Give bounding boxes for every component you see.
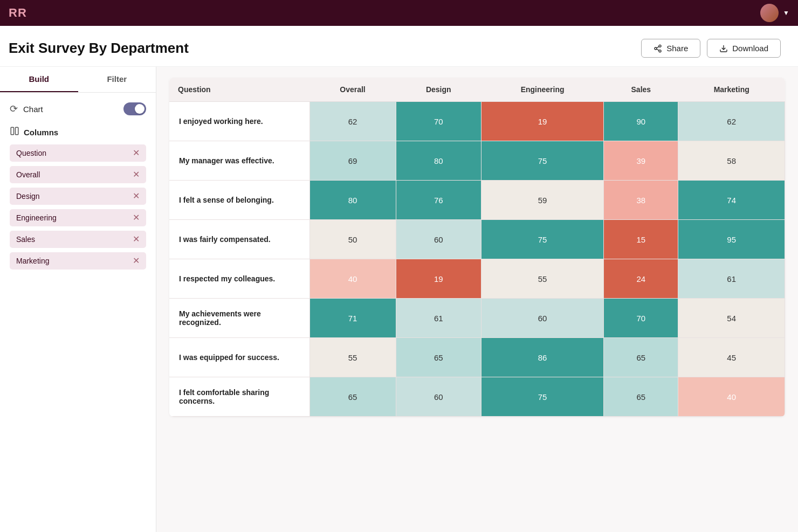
cell-engineering-5: 60 — [481, 299, 603, 338]
svg-rect-6 — [11, 127, 13, 135]
download-icon — [719, 44, 728, 53]
table-row: I felt comfortable sharing concerns.6560… — [169, 377, 785, 417]
refresh-icon: ⟳ — [10, 103, 18, 115]
cell-sales-5: 70 — [604, 299, 678, 338]
columns-header: Columns — [10, 126, 146, 138]
svg-line-4 — [657, 46, 659, 48]
cell-engineering-1: 75 — [481, 141, 603, 181]
header-engineering: Engineering — [481, 78, 603, 102]
download-button[interactable]: Download — [707, 39, 781, 58]
header-actions: Share Download — [641, 39, 781, 58]
cell-sales-3: 15 — [604, 220, 678, 259]
question-cell-0: I enjoyed working here. — [169, 102, 309, 141]
question-cell-7: I felt comfortable sharing concerns. — [169, 377, 309, 417]
columns-label: Columns — [24, 128, 58, 137]
cell-overall-6: 55 — [309, 338, 396, 377]
table-row: My manager was effective.6980753958 — [169, 141, 785, 181]
chart-toggle-row: ⟳ Chart — [10, 102, 146, 115]
remove-marketing-button[interactable]: ✕ — [133, 257, 140, 265]
table-header-row: Question Overall Design Engineering Sale… — [169, 78, 785, 102]
chevron-down-icon[interactable]: ▼ — [783, 9, 789, 17]
column-tag-design: Design ✕ — [10, 188, 146, 205]
cell-engineering-6: 86 — [481, 338, 603, 377]
page-title: Exit Survey By Department — [9, 40, 189, 57]
tab-build[interactable]: Build — [0, 67, 78, 92]
toggle-track — [123, 102, 146, 115]
share-icon — [653, 44, 662, 53]
app-logo: RR — [9, 6, 27, 20]
remove-design-button[interactable]: ✕ — [133, 192, 140, 201]
column-tag-engineering: Engineering ✕ — [10, 209, 146, 226]
cell-marketing-1: 58 — [678, 141, 785, 181]
cell-design-7: 60 — [396, 377, 481, 417]
cell-engineering-4: 55 — [481, 259, 603, 299]
remove-question-button[interactable]: ✕ — [133, 149, 140, 157]
cell-overall-3: 50 — [309, 220, 396, 259]
share-button[interactable]: Share — [641, 39, 700, 58]
cell-sales-4: 24 — [604, 259, 678, 299]
question-cell-4: I respected my colleagues. — [169, 259, 309, 299]
cell-overall-7: 65 — [309, 377, 396, 417]
cell-overall-4: 40 — [309, 259, 396, 299]
cell-design-4: 19 — [396, 259, 481, 299]
cell-overall-0: 62 — [309, 102, 396, 141]
cell-marketing-6: 45 — [678, 338, 785, 377]
header-design: Design — [396, 78, 481, 102]
question-cell-3: I was fairly compensated. — [169, 220, 309, 259]
table-row: I enjoyed working here.6270199062 — [169, 102, 785, 141]
header-sales: Sales — [604, 78, 678, 102]
cell-design-5: 61 — [396, 299, 481, 338]
remove-sales-button[interactable]: ✕ — [133, 235, 140, 244]
cell-engineering-2: 59 — [481, 181, 603, 220]
cell-engineering-3: 75 — [481, 220, 603, 259]
svg-point-1 — [655, 47, 657, 50]
svg-rect-7 — [16, 127, 18, 135]
columns-icon — [10, 126, 19, 138]
cell-marketing-0: 62 — [678, 102, 785, 141]
svg-point-0 — [659, 45, 661, 47]
sidebar: Build Filter ⟳ Chart — [0, 67, 156, 532]
column-tag-sales: Sales ✕ — [10, 231, 146, 248]
cell-design-3: 60 — [396, 220, 481, 259]
cell-overall-5: 71 — [309, 299, 396, 338]
header-marketing: Marketing — [678, 78, 785, 102]
remove-engineering-button[interactable]: ✕ — [133, 213, 140, 222]
toggle-knob — [135, 104, 145, 114]
column-tags: Question ✕ Overall ✕ Design ✕ Engineerin… — [10, 144, 146, 270]
body-layout: Build Filter ⟳ Chart — [0, 67, 798, 532]
cell-marketing-7: 40 — [678, 377, 785, 417]
svg-line-3 — [657, 49, 659, 51]
cell-sales-0: 90 — [604, 102, 678, 141]
column-tag-overall: Overall ✕ — [10, 166, 146, 183]
cell-sales-6: 65 — [604, 338, 678, 377]
table-row: My achievements were recognized.71616070… — [169, 299, 785, 338]
cell-engineering-7: 75 — [481, 377, 603, 417]
tab-filter[interactable]: Filter — [78, 67, 156, 92]
cell-sales-1: 39 — [604, 141, 678, 181]
header-question: Question — [169, 78, 309, 102]
nav-right: ▼ — [760, 4, 789, 22]
sidebar-tabs: Build Filter — [0, 67, 156, 93]
cell-sales-7: 65 — [604, 377, 678, 417]
column-tag-question: Question ✕ — [10, 144, 146, 162]
question-cell-6: I was equipped for success. — [169, 338, 309, 377]
heatmap-table: Question Overall Design Engineering Sale… — [169, 78, 785, 417]
cell-sales-2: 38 — [604, 181, 678, 220]
remove-overall-button[interactable]: ✕ — [133, 170, 140, 179]
top-nav: RR ▼ — [0, 0, 798, 26]
avatar[interactable] — [760, 4, 779, 22]
main-content: Question Overall Design Engineering Sale… — [156, 67, 798, 532]
cell-design-6: 65 — [396, 338, 481, 377]
cell-marketing-2: 74 — [678, 181, 785, 220]
table-row: I was fairly compensated.5060751595 — [169, 220, 785, 259]
header-overall: Overall — [309, 78, 396, 102]
page-header: Exit Survey By Department Share Download — [0, 26, 798, 67]
cell-marketing-3: 95 — [678, 220, 785, 259]
cell-design-0: 70 — [396, 102, 481, 141]
chart-label: Chart — [23, 105, 118, 114]
question-cell-5: My achievements were recognized. — [169, 299, 309, 338]
cell-marketing-4: 61 — [678, 259, 785, 299]
cell-marketing-5: 54 — [678, 299, 785, 338]
chart-toggle[interactable] — [123, 102, 146, 115]
sidebar-section: ⟳ Chart Columns — [0, 93, 156, 279]
